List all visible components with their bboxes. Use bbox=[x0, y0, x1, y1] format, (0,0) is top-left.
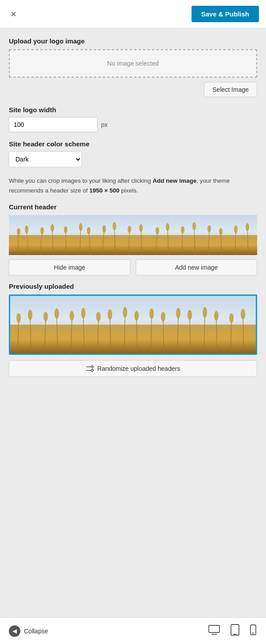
svg-rect-78 bbox=[209, 625, 219, 632]
collapse-icon: ◀ bbox=[9, 625, 20, 637]
no-image-text: No image selected bbox=[107, 60, 159, 67]
svg-point-28 bbox=[102, 225, 106, 233]
current-header-title: Current header bbox=[9, 203, 257, 211]
svg-point-71 bbox=[161, 312, 165, 322]
mobile-icon bbox=[250, 624, 256, 635]
svg-point-72 bbox=[176, 308, 180, 318]
logo-width-input-row: px bbox=[9, 117, 257, 132]
svg-point-77 bbox=[241, 309, 245, 319]
svg-point-70 bbox=[149, 308, 154, 319]
previously-uploaded-image-wrapper[interactable] bbox=[9, 295, 257, 355]
desktop-icon bbox=[208, 625, 220, 635]
svg-point-29 bbox=[113, 222, 116, 230]
header-action-buttons: Hide image Add new image bbox=[9, 259, 257, 275]
collapse-label: Collapse bbox=[24, 628, 48, 635]
randomize-icon bbox=[86, 365, 94, 372]
collapse-button[interactable]: ◀ Collapse bbox=[9, 625, 48, 637]
svg-point-32 bbox=[156, 227, 159, 234]
svg-point-21 bbox=[17, 228, 20, 235]
tablet-view-button[interactable] bbox=[230, 623, 240, 639]
svg-point-60 bbox=[16, 313, 21, 323]
svg-point-64 bbox=[70, 311, 74, 321]
svg-point-22 bbox=[25, 225, 28, 233]
top-bar: × Save & Publish bbox=[0, 0, 266, 28]
info-bold1: Add new image bbox=[153, 177, 196, 184]
svg-rect-41 bbox=[10, 325, 256, 353]
add-new-image-button[interactable]: Add new image bbox=[136, 259, 257, 275]
svg-point-67 bbox=[108, 309, 112, 320]
save-publish-button[interactable]: Save & Publish bbox=[192, 6, 259, 22]
randomize-label: Randomize uploaded headers bbox=[98, 365, 180, 372]
svg-point-73 bbox=[188, 310, 192, 320]
svg-point-35 bbox=[192, 222, 196, 230]
svg-rect-81 bbox=[231, 624, 239, 635]
color-scheme-label: Site header color scheme bbox=[9, 140, 257, 148]
current-header-section: Current header bbox=[9, 203, 257, 275]
logo-width-label: Site logo width bbox=[9, 106, 257, 114]
svg-point-68 bbox=[123, 307, 127, 318]
svg-point-34 bbox=[181, 226, 184, 233]
svg-point-24 bbox=[51, 224, 54, 232]
logo-upload-title: Upload your logo image bbox=[9, 37, 257, 45]
svg-point-75 bbox=[214, 311, 219, 321]
svg-point-62 bbox=[43, 312, 48, 322]
svg-point-63 bbox=[55, 308, 59, 319]
svg-point-26 bbox=[79, 223, 82, 231]
select-image-row: Select Image bbox=[9, 82, 257, 97]
svg-point-27 bbox=[87, 227, 90, 234]
color-scheme-section: Site header color scheme Light Dark Cust… bbox=[9, 140, 257, 167]
svg-point-25 bbox=[64, 226, 67, 233]
main-content: Upload your logo image No image selected… bbox=[0, 28, 266, 617]
svg-point-33 bbox=[166, 223, 169, 231]
svg-point-74 bbox=[203, 307, 207, 318]
desktop-view-button[interactable] bbox=[207, 624, 221, 638]
svg-point-37 bbox=[219, 228, 223, 235]
info-bold2: 1950 × 500 bbox=[90, 187, 120, 194]
hide-image-button[interactable]: Hide image bbox=[9, 259, 130, 275]
logo-width-unit: px bbox=[101, 121, 108, 128]
info-part1: While you can crop images to your liking… bbox=[9, 177, 153, 184]
bottom-bar: ◀ Collapse bbox=[0, 617, 266, 644]
svg-point-23 bbox=[40, 227, 44, 234]
svg-point-38 bbox=[234, 225, 238, 233]
info-part3: pixels. bbox=[120, 187, 138, 194]
select-image-button[interactable]: Select Image bbox=[204, 82, 257, 97]
svg-point-61 bbox=[28, 310, 32, 320]
tablet-icon bbox=[231, 624, 239, 636]
device-icons-group bbox=[207, 623, 257, 639]
svg-point-36 bbox=[207, 225, 211, 232]
svg-point-30 bbox=[128, 226, 131, 233]
svg-point-66 bbox=[96, 312, 101, 322]
randomize-button[interactable]: Randomize uploaded headers bbox=[9, 360, 257, 377]
logo-upload-area: No image selected bbox=[9, 49, 257, 78]
svg-rect-1 bbox=[9, 235, 257, 255]
logo-width-section: Site logo width px bbox=[9, 106, 257, 132]
color-scheme-select[interactable]: Light Dark Custom bbox=[9, 151, 82, 167]
svg-point-76 bbox=[229, 313, 234, 323]
svg-point-39 bbox=[246, 223, 249, 231]
previously-uploaded-image bbox=[10, 296, 256, 353]
current-header-image bbox=[9, 215, 257, 255]
previously-uploaded-section: Previously uploaded bbox=[9, 283, 257, 377]
svg-point-65 bbox=[81, 308, 86, 318]
header-info-text: While you can crop images to your liking… bbox=[9, 176, 257, 195]
svg-point-31 bbox=[139, 224, 143, 232]
logo-width-input[interactable] bbox=[9, 117, 98, 132]
svg-point-69 bbox=[134, 311, 139, 321]
mobile-view-button[interactable] bbox=[249, 624, 257, 639]
logo-upload-section: Upload your logo image No image selected… bbox=[9, 37, 257, 97]
close-button[interactable]: × bbox=[7, 8, 20, 21]
previously-uploaded-title: Previously uploaded bbox=[9, 283, 257, 290]
